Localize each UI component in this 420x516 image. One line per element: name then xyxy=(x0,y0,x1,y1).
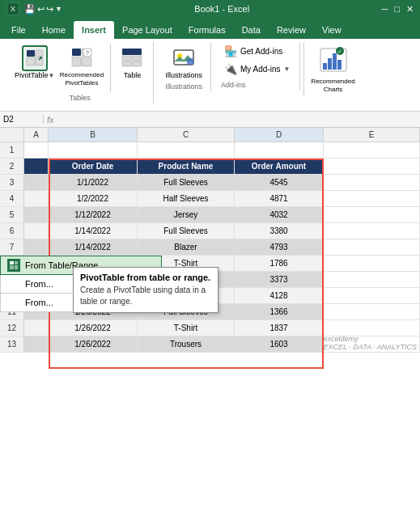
cell-c2[interactable]: Product Name xyxy=(138,159,235,174)
tab-view[interactable]: View xyxy=(314,21,350,39)
cell-a1[interactable] xyxy=(24,142,49,158)
cell-d4[interactable]: 4871 xyxy=(235,191,324,206)
col-header-e[interactable]: E xyxy=(324,128,420,142)
col-header-c[interactable]: C xyxy=(138,128,235,142)
cell-b1[interactable] xyxy=(49,142,138,158)
name-box[interactable]: D2 xyxy=(3,115,44,124)
customize-icon[interactable]: ▼ xyxy=(55,5,62,13)
table-row: 7 1/14/2022 Blazer 4793 xyxy=(0,239,420,256)
row-num-7: 7 xyxy=(0,239,24,255)
cell-d3[interactable]: 4545 xyxy=(235,175,324,190)
cell-e2[interactable] xyxy=(324,159,420,174)
cell-c7[interactable]: Blazer xyxy=(138,239,235,255)
cell-a12[interactable] xyxy=(24,320,49,336)
my-addins-arrow[interactable]: ▼ xyxy=(283,66,290,73)
svg-rect-7 xyxy=(82,57,91,66)
svg-rect-19 xyxy=(323,63,327,70)
cell-a13[interactable] xyxy=(24,336,49,352)
tooltip-title: PivotTable from table or range. xyxy=(80,273,211,282)
cell-e4[interactable] xyxy=(324,191,420,206)
row-num-header xyxy=(0,128,24,142)
tab-data[interactable]: Data xyxy=(234,21,269,39)
table-row: 6 1/14/2022 Full Sleeves 3380 xyxy=(0,223,420,239)
title-bar-left: X 💾 ↩ ↪ ▼ xyxy=(6,2,62,15)
cell-c13[interactable]: Trousers xyxy=(138,336,235,352)
cell-c3[interactable]: Full Sleeves xyxy=(138,175,235,190)
cell-a5[interactable] xyxy=(24,207,49,222)
col-header-d[interactable]: D xyxy=(235,128,324,142)
undo-icon[interactable]: ↩ xyxy=(37,4,45,15)
rec-charts-button[interactable]: ✓ RecommendedCharts xyxy=(309,44,356,95)
cell-c4[interactable]: Half Sleeves xyxy=(138,191,235,206)
svg-rect-10 xyxy=(122,49,142,55)
cell-e3[interactable] xyxy=(324,175,420,190)
undo-redo-group: 💾 ↩ ↪ ▼ xyxy=(24,4,62,15)
cell-a2[interactable] xyxy=(24,159,49,174)
cell-d6[interactable]: 3380 xyxy=(235,223,324,239)
cell-b13[interactable]: 1/26/2022 xyxy=(49,336,138,352)
cell-a4[interactable] xyxy=(24,191,49,206)
my-addins-button[interactable]: 🔌 My Add-ins ▼ xyxy=(221,61,293,77)
tab-review[interactable]: Review xyxy=(269,21,314,39)
rec-pivot-button[interactable]: ? RecommendedPivotTables xyxy=(59,44,104,88)
col-header-a[interactable]: A xyxy=(24,128,49,142)
cell-e10[interactable] xyxy=(324,288,420,303)
tab-file[interactable]: File xyxy=(3,21,34,39)
pivot-table-button[interactable]: PivotTable ▼ xyxy=(13,44,56,81)
cell-d13[interactable]: 1603 xyxy=(235,336,324,352)
svg-rect-2 xyxy=(36,50,43,57)
cell-d8[interactable]: 1786 xyxy=(235,256,324,271)
table-range-icon xyxy=(7,259,20,272)
col-header-b[interactable]: B xyxy=(49,128,138,142)
cell-d12[interactable]: 1837 xyxy=(235,320,324,336)
cell-c5[interactable]: Jersey xyxy=(138,207,235,222)
cell-e11[interactable] xyxy=(324,304,420,319)
cell-e6[interactable] xyxy=(324,223,420,239)
tab-home[interactable]: Home xyxy=(34,21,74,39)
cell-e9[interactable] xyxy=(324,272,420,287)
tab-pagelayout[interactable]: Page Layout xyxy=(114,21,180,39)
cell-b6[interactable]: 1/14/2022 xyxy=(49,223,138,239)
close-btn[interactable]: ✕ xyxy=(406,4,414,15)
cell-e12[interactable] xyxy=(324,320,420,336)
pivot-table-icon xyxy=(22,45,48,71)
cell-d2[interactable]: Order Amount xyxy=(235,159,324,174)
cell-c12[interactable]: T-Shirt xyxy=(138,320,235,336)
cell-b3[interactable]: 1/1/2022 xyxy=(49,175,138,190)
cell-e7[interactable] xyxy=(324,239,420,255)
svg-rect-5 xyxy=(72,57,81,66)
tab-formulas[interactable]: Formulas xyxy=(180,21,234,39)
cell-b12[interactable]: 1/26/2022 xyxy=(49,320,138,336)
cell-e1[interactable] xyxy=(324,142,420,158)
save-icon[interactable]: 💾 xyxy=(24,4,36,15)
cell-d5[interactable]: 4032 xyxy=(235,207,324,222)
cell-b4[interactable]: 1/2/2022 xyxy=(49,191,138,206)
formula-bar-area: D2 fx xyxy=(0,112,420,128)
get-addins-button[interactable]: 🏪 Get Add-ins xyxy=(221,44,293,59)
tab-insert[interactable]: Insert xyxy=(74,21,114,39)
cell-d1[interactable] xyxy=(235,142,324,158)
cell-d11[interactable]: 1366 xyxy=(235,304,324,319)
cell-d9[interactable]: 3373 xyxy=(235,272,324,287)
maximize-btn[interactable]: □ xyxy=(394,4,400,15)
cell-b7[interactable]: 1/14/2022 xyxy=(49,239,138,255)
cell-b5[interactable]: 1/12/2022 xyxy=(49,207,138,222)
spreadsheet: 1 2 Order Date Product Name Order Amount… xyxy=(0,142,420,353)
cell-a6[interactable] xyxy=(24,223,49,239)
minimize-btn[interactable]: ─ xyxy=(382,4,388,15)
cell-d7[interactable]: 4793 xyxy=(235,239,324,255)
table-button[interactable]: Table xyxy=(117,44,146,81)
from-item2-icon xyxy=(7,277,20,290)
cell-d10[interactable]: 4128 xyxy=(235,288,324,303)
cell-e8[interactable] xyxy=(324,256,420,271)
redo-icon[interactable]: ↪ xyxy=(46,4,53,15)
cell-b2[interactable]: Order Date xyxy=(49,159,138,174)
svg-rect-1 xyxy=(27,57,35,66)
cell-c6[interactable]: Full Sleeves xyxy=(138,223,235,239)
cell-c1[interactable] xyxy=(138,142,235,158)
cell-a3[interactable] xyxy=(24,175,49,190)
pivot-dropdown-arrow[interactable]: ▼ xyxy=(49,72,55,79)
cell-e5[interactable] xyxy=(324,207,420,222)
cell-a7[interactable] xyxy=(24,239,49,255)
illustrations-button[interactable]: Illustrations xyxy=(163,44,204,81)
